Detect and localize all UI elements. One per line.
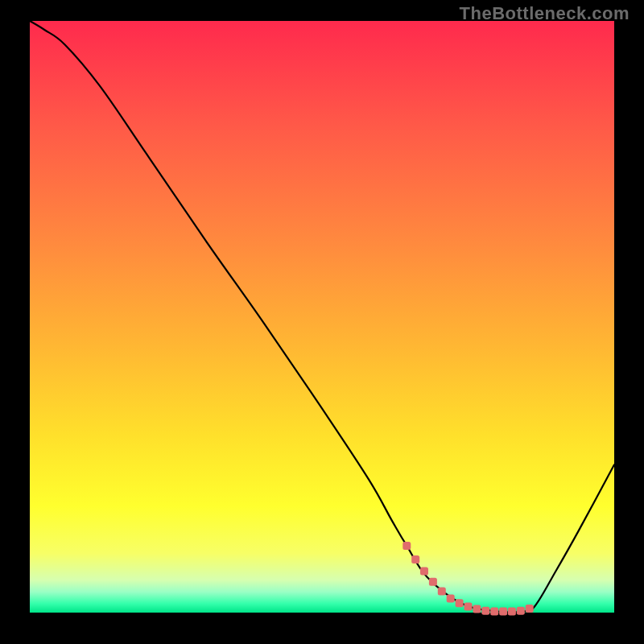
marker-dot	[429, 578, 437, 586]
marker-dot	[447, 594, 455, 602]
marker-dot	[473, 605, 481, 613]
marker-dot	[420, 568, 428, 576]
marker-dot	[438, 588, 446, 596]
marker-dot	[464, 603, 473, 611]
marker-dot	[526, 605, 534, 613]
marker-dot	[490, 608, 498, 616]
bottleneck-chart	[0, 0, 644, 644]
watermark-text: TheBottleneck.com	[460, 3, 630, 24]
marker-dot	[411, 555, 419, 564]
marker-dot	[481, 607, 489, 615]
marker-dot	[499, 608, 507, 616]
marker-dot	[508, 608, 516, 616]
marker-dot	[517, 607, 525, 615]
marker-dot	[402, 542, 411, 550]
chart-frame: { "watermark": "TheBottleneck.com", "cha…	[0, 0, 644, 644]
marker-dot	[456, 599, 464, 607]
